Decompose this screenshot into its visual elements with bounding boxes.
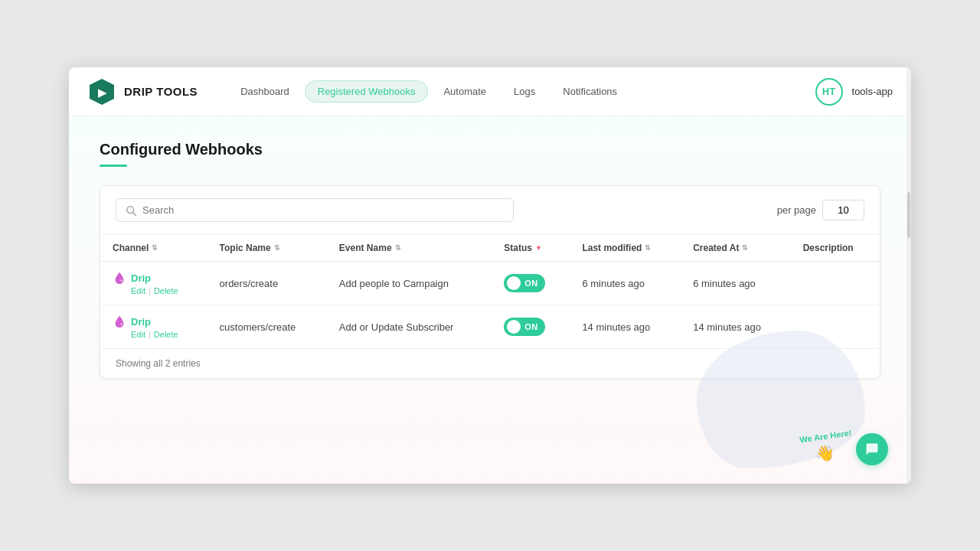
toggle-knob-0 — [507, 276, 521, 290]
sort-created-icon[interactable]: ⇅ — [742, 244, 748, 252]
toggle-label-0: ON — [524, 279, 537, 288]
chat-widget[interactable]: We Are Here! 👋 — [799, 432, 888, 465]
edit-action-1[interactable]: Edit — [131, 330, 145, 339]
cell-description-0 — [791, 262, 880, 305]
col-event-name: Event Name ⇅ — [327, 235, 492, 262]
drip-icon — [113, 315, 126, 328]
cell-channel-1: Drip Edit | Delete — [100, 305, 207, 349]
delete-action-0[interactable]: Delete — [154, 286, 178, 295]
col-description: Description — [791, 235, 880, 262]
svg-point-4 — [120, 279, 122, 282]
nav-registered-webhooks[interactable]: Registered Webhooks — [305, 80, 429, 103]
col-status: Status ▼ — [492, 235, 570, 262]
logo-icon: ▶ — [87, 77, 116, 106]
logo-area: ▶ DRIP TOOLS — [87, 77, 198, 106]
nav-dashboard[interactable]: Dashboard — [228, 81, 302, 102]
data-table: Channel ⇅ Topic Name ⇅ E — [100, 235, 880, 348]
svg-line-3 — [133, 212, 136, 215]
nav-links: Dashboard Registered Webhooks Automate L… — [228, 80, 815, 103]
table-header: Channel ⇅ Topic Name ⇅ E — [100, 235, 880, 262]
chat-emoji: 👋 — [815, 444, 835, 462]
app-name: tools-app — [852, 86, 893, 97]
svg-point-5 — [120, 323, 122, 325]
search-input[interactable] — [142, 204, 504, 216]
nav-right: HT tools-app — [815, 78, 893, 106]
page-title-underline — [100, 165, 127, 167]
sort-channel-icon[interactable]: ⇅ — [152, 244, 158, 252]
cell-created-at-0: 6 minutes ago — [681, 262, 790, 305]
logo-text: DRIP TOOLS — [124, 85, 198, 98]
nav-notifications[interactable]: Notifications — [550, 81, 629, 102]
page-title-area: Configured Webhooks — [100, 141, 880, 167]
cell-event-1: Add or Update Subscriber — [327, 305, 492, 349]
table-row: Drip Edit | Delete orders/create Add peo… — [100, 262, 880, 305]
col-last-modified: Last modified ⇅ — [570, 235, 681, 262]
table-toolbar: per page — [100, 186, 880, 235]
sort-topic-icon[interactable]: ⇅ — [274, 244, 280, 252]
delete-action-1[interactable]: Delete — [154, 330, 178, 339]
sort-event-icon[interactable]: ⇅ — [395, 244, 401, 252]
search-box — [116, 198, 514, 222]
col-created-at: Created At ⇅ — [681, 235, 790, 262]
cell-topic-1: customers/create — [207, 305, 327, 349]
status-toggle-0[interactable]: ON — [504, 274, 545, 292]
cell-event-0: Add people to Campaign — [327, 262, 492, 305]
sort-status-icon[interactable]: ▼ — [535, 244, 542, 252]
action-sep-0: | — [149, 286, 151, 295]
toggle-knob-1 — [507, 320, 521, 334]
user-avatar[interactable]: HT — [815, 78, 843, 106]
cell-topic-0: orders/create — [207, 262, 327, 305]
cell-last-modified-0: 6 minutes ago — [570, 262, 681, 305]
scrollbar[interactable] — [906, 67, 911, 484]
edit-action-0[interactable]: Edit — [131, 286, 145, 295]
toggle-label-1: ON — [524, 322, 537, 331]
channel-name-1[interactable]: Drip — [131, 316, 151, 328]
per-page-label: per page — [777, 204, 816, 216]
navbar: ▶ DRIP TOOLS Dashboard Registered Webhoo… — [69, 67, 911, 116]
cell-channel-0: Drip Edit | Delete — [100, 262, 207, 305]
nav-automate[interactable]: Automate — [431, 81, 498, 102]
per-page-area: per page — [777, 200, 864, 220]
entries-count: Showing all 2 entries — [116, 358, 201, 369]
drip-icon — [113, 271, 126, 285]
col-topic-name: Topic Name ⇅ — [207, 235, 327, 262]
scroll-thumb[interactable] — [907, 192, 910, 238]
browser-window: ▶ DRIP TOOLS Dashboard Registered Webhoo… — [69, 67, 911, 484]
cell-last-modified-1: 14 minutes ago — [570, 305, 681, 349]
status-toggle-1[interactable]: ON — [504, 318, 545, 336]
cell-status-0: ON — [492, 262, 570, 305]
action-sep-1: | — [149, 330, 151, 339]
search-icon — [126, 205, 136, 216]
per-page-input[interactable] — [822, 200, 864, 220]
col-channel: Channel ⇅ — [100, 235, 207, 262]
page-title: Configured Webhooks — [100, 141, 880, 158]
svg-text:▶: ▶ — [98, 86, 107, 99]
nav-logs[interactable]: Logs — [501, 81, 547, 102]
chat-open-button[interactable] — [856, 433, 888, 465]
main-content: Configured Webhooks per page — [69, 116, 911, 484]
cell-status-1: ON — [492, 305, 570, 349]
channel-name-0[interactable]: Drip — [131, 272, 151, 284]
sort-last-modified-icon[interactable]: ⇅ — [645, 244, 651, 252]
